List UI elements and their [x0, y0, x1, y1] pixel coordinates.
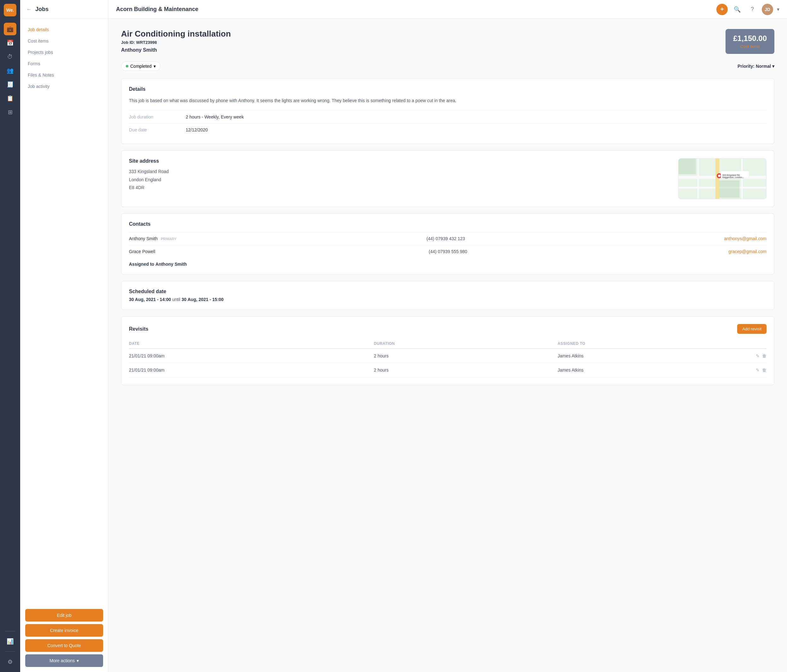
contact-row-0: Anthony Smith PRIMARY (44) 07939 432 123… — [129, 232, 766, 245]
table-row: 21/01/21 09:00am 2 hours James Atkins ✎ … — [129, 363, 766, 377]
add-revisit-button[interactable]: Add revisit — [737, 324, 766, 334]
search-button[interactable]: 🔍 — [732, 4, 743, 15]
address-line2: London England — [129, 176, 671, 184]
edit-job-button[interactable]: Edit job — [25, 609, 103, 622]
row1-duration: 2 hours — [374, 368, 558, 372]
status-dot — [126, 65, 128, 68]
row0-assigned: James Atkins — [558, 353, 741, 358]
status-badge[interactable]: Completed ▾ — [121, 62, 161, 71]
chevron-down-icon[interactable]: ▾ — [777, 6, 779, 12]
action-buttons: Edit job Create invoice Convert to Quote… — [20, 604, 108, 672]
revisits-header: Revisits Add revisit — [129, 324, 766, 334]
row1-assigned: James Atkins — [558, 368, 741, 372]
header-icons: + 🔍 ? JD ▾ — [716, 4, 779, 15]
svg-rect-8 — [719, 181, 740, 198]
nav-clock-icon[interactable]: ⏱ — [4, 50, 16, 63]
app-logo: We. — [4, 4, 16, 16]
assigned-text: Assigned to Anthony Smith — [129, 262, 766, 267]
trash-icon-1[interactable]: 🗑 — [762, 368, 766, 372]
nav-people-icon[interactable]: 👥 — [4, 64, 16, 77]
job-title-section: Air Conditioning installation Job ID: WR… — [121, 29, 231, 53]
back-arrow-icon[interactable]: ← — [27, 6, 32, 12]
help-button[interactable]: ? — [747, 4, 758, 15]
customer-name: Anthony Smith — [121, 47, 231, 53]
due-date-label: Due date — [129, 127, 186, 133]
price-amount: £1,150.00 — [733, 34, 767, 43]
nav-calendar-icon[interactable]: 📅 — [4, 36, 16, 49]
details-section: Details This job is based on what was di… — [121, 79, 774, 144]
main-area: Acorn Building & Maintenance + 🔍 ? JD ▾ … — [109, 0, 787, 672]
edit-icon-0[interactable]: ✎ — [756, 353, 760, 358]
contact-badge-0: PRIMARY — [161, 237, 177, 241]
revisits-title: Revisits — [129, 326, 148, 332]
nav-cost-items[interactable]: Cost items — [20, 35, 108, 47]
edit-icon-1[interactable]: ✎ — [756, 368, 760, 372]
site-info: Site address 333 Kingsland Road London E… — [129, 158, 671, 199]
address-line3: E8 4DR — [129, 184, 671, 192]
job-header: Air Conditioning installation Job ID: WR… — [121, 29, 774, 54]
scheduled-start: 30 Aug, 2021 - 14:00 — [129, 297, 171, 302]
nav-table-icon[interactable]: ⊞ — [4, 106, 16, 118]
more-actions-label: More actions — [49, 658, 75, 663]
col-duration: DURATION — [374, 341, 558, 346]
priority-text: Priority: Normal ▾ — [738, 64, 774, 69]
nav-list-icon[interactable]: 📋 — [4, 92, 16, 105]
more-actions-button[interactable]: More actions ▾ — [25, 655, 103, 667]
job-id: Job ID: WRT23998 — [121, 40, 231, 45]
duration-row: Job duration 2 hours - Weekly, Every wee… — [129, 110, 766, 123]
convert-to-quote-button[interactable]: Convert to Quote — [25, 639, 103, 652]
row0-duration: 2 hours — [374, 353, 558, 358]
svg-point-10 — [718, 175, 721, 177]
company-name: Acorn Building & Maintenance — [116, 6, 711, 13]
due-date-value: 12/12/2020 — [186, 127, 208, 133]
col-date: DATE — [129, 341, 374, 346]
contacts-title: Contacts — [129, 221, 766, 227]
chevron-down-icon: ▾ — [77, 658, 79, 663]
status-label: Completed — [130, 64, 152, 69]
revisits-section: Revisits Add revisit DATE DURATION ASSIG… — [121, 316, 774, 385]
priority-chevron-icon: ▾ — [772, 64, 774, 69]
site-section: Site address 333 Kingsland Road London E… — [129, 158, 766, 199]
nav-job-details[interactable]: Job details — [20, 24, 108, 35]
contact-phone-1: (44) 07939 555 980 — [429, 249, 729, 254]
col-actions — [741, 341, 766, 346]
details-title: Details — [129, 86, 766, 92]
left-panel: ← Jobs Job details Cost items Projects j… — [20, 0, 109, 672]
nav-invoice-icon[interactable]: 🧾 — [4, 78, 16, 91]
avatar[interactable]: JD — [762, 4, 773, 15]
trash-icon-0[interactable]: 🗑 — [762, 353, 766, 358]
nav-files-notes[interactable]: Files & Notes — [20, 69, 108, 81]
svg-text:Haggerston, London...: Haggerston, London... — [722, 176, 744, 179]
back-label[interactable]: Jobs — [35, 6, 49, 13]
table-header: DATE DURATION ASSIGNED TO — [129, 339, 766, 349]
priority-value[interactable]: Normal — [756, 64, 771, 69]
nav-forms[interactable]: Forms — [20, 58, 108, 69]
site-address-section: Site address 333 Kingsland Road London E… — [121, 150, 774, 207]
contact-email-1[interactable]: gracep@gmail.com — [729, 249, 766, 254]
address-line1: 333 Kingsland Road — [129, 168, 671, 175]
nav-projects-jobs[interactable]: Projects jobs — [20, 47, 108, 58]
site-title: Site address — [129, 158, 671, 164]
create-invoice-button[interactable]: Create invoice — [25, 624, 103, 637]
site-address-text: 333 Kingsland Road London England E8 4DR — [129, 168, 671, 192]
duration-label: Job duration — [129, 114, 186, 120]
nav-jobs-icon[interactable]: 💼 — [4, 23, 16, 35]
map-placeholder[interactable]: 333 Kingsland Rd, Haggerston, London... — [678, 158, 766, 199]
col-assigned: ASSIGNED TO — [558, 341, 741, 346]
assigned-to: Anthony Smith — [155, 262, 187, 267]
nav-settings-icon[interactable]: ⚙ — [4, 656, 16, 668]
contact-phone-0: (44) 07939 432 123 — [427, 236, 724, 241]
due-date-row: Due date 12/12/2020 — [129, 123, 766, 136]
scheduled-section: Scheduled date 30 Aug, 2021 - 14:00 unti… — [121, 281, 774, 310]
add-button[interactable]: + — [716, 4, 728, 15]
svg-rect-6 — [716, 159, 719, 199]
cost-items-link[interactable]: Cost items — [733, 44, 767, 49]
svg-rect-4 — [697, 159, 699, 199]
row1-date: 21/01/21 09:00am — [129, 368, 374, 372]
contact-email-0[interactable]: anthonys@gmail.com — [724, 236, 766, 241]
table-row: 21/01/21 09:00am 2 hours James Atkins ✎ … — [129, 349, 766, 363]
nav-chart-icon[interactable]: 📊 — [4, 635, 16, 648]
job-title: Air Conditioning installation — [121, 29, 231, 39]
svg-rect-5 — [741, 159, 743, 199]
nav-job-activity[interactable]: Job activity — [20, 81, 108, 92]
